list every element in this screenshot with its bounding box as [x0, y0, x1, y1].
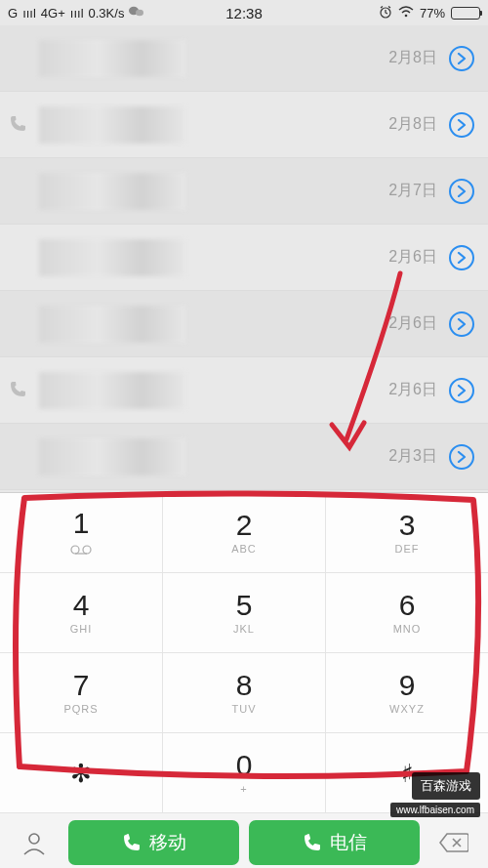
call-detail-button[interactable]: [449, 179, 474, 204]
data-speed: 0.3K/s: [89, 6, 125, 21]
watermark-url: www.lfbaisen.com: [390, 803, 480, 817]
sim1-label: 移动: [149, 830, 186, 855]
key-letters: WXYZ: [389, 703, 425, 715]
key-digit: 0: [236, 751, 253, 780]
call-row[interactable]: 2月6日: [0, 357, 488, 424]
keypad-key-9[interactable]: 9WXYZ: [326, 653, 488, 733]
svg-point-5: [83, 546, 91, 554]
keypad-key-3[interactable]: 3DEF: [326, 493, 488, 573]
keypad-key-2[interactable]: 2ABC: [163, 493, 326, 573]
call-detail-button[interactable]: [449, 245, 474, 270]
call-detail-button[interactable]: [449, 378, 474, 403]
contacts-button[interactable]: [10, 821, 59, 864]
keypad-key-✻[interactable]: ✻: [0, 733, 163, 813]
key-letters: DEF: [395, 543, 420, 555]
call-detail-button[interactable]: [449, 311, 474, 337]
call-detail-button[interactable]: [449, 46, 474, 71]
status-left: G ıııl 4G+ ıııl 0.3K/s: [8, 5, 144, 21]
dial-keypad: 12ABC3DEF4GHI5JKL6MNO7PQRS8TUV9WXYZ✻0+♯: [0, 492, 488, 813]
phone-icon: [122, 833, 142, 852]
key-digit: 1: [73, 509, 90, 538]
call-date: 2月3日: [388, 446, 437, 467]
backspace-button[interactable]: [429, 821, 478, 864]
battery-icon: [451, 7, 480, 20]
call-date: 2月7日: [388, 181, 437, 201]
call-date: 2月8日: [388, 48, 437, 68]
svg-point-4: [71, 546, 79, 554]
keypad-key-7[interactable]: 7PQRS: [0, 653, 163, 733]
call-button-sim1[interactable]: 移动: [68, 820, 239, 865]
call-row[interactable]: 2月8日: [0, 25, 488, 92]
call-detail-button[interactable]: [449, 112, 474, 138]
chevron-right-icon: [457, 252, 467, 264]
key-digit: 6: [399, 591, 416, 620]
voicemail-icon: [70, 542, 92, 558]
status-right: 77%: [379, 5, 480, 21]
contact-name-blurred: [39, 372, 185, 409]
signal-icon-2: ıııl: [70, 6, 84, 21]
keypad-key-5[interactable]: 5JKL: [163, 573, 326, 653]
network-gen: 4G+: [41, 6, 65, 21]
svg-point-3: [405, 14, 408, 17]
key-letters: JKL: [233, 623, 255, 635]
call-row[interactable]: 2月6日: [0, 291, 488, 357]
key-letters: ABC: [231, 543, 257, 555]
svg-point-7: [29, 834, 39, 844]
key-digit: 5: [236, 591, 253, 620]
key-letters: MNO: [393, 623, 422, 635]
watermark-text: 百森游戏: [421, 778, 471, 793]
key-digit: 4: [73, 591, 90, 620]
call-date: 2月6日: [388, 247, 437, 268]
call-row[interactable]: 2月8日: [0, 92, 488, 158]
svg-point-1: [136, 9, 143, 16]
chevron-right-icon: [457, 119, 467, 131]
call-row[interactable]: 2月6日: [0, 225, 488, 291]
call-date: 2月6日: [388, 313, 437, 334]
key-digit: ✻: [70, 761, 92, 786]
backspace-icon: [439, 832, 468, 853]
contact-name-blurred: [39, 239, 185, 276]
contact-name-blurred: [39, 306, 185, 343]
contact-name-blurred: [39, 173, 185, 210]
sim2-label: 电信: [330, 830, 367, 855]
key-letters: PQRS: [63, 703, 98, 715]
chevron-right-icon: [457, 451, 467, 463]
call-detail-button[interactable]: [449, 444, 474, 470]
chevron-right-icon: [457, 318, 467, 330]
status-bar: G ıııl 4G+ ıııl 0.3K/s 12:38 77%: [0, 0, 488, 25]
key-letters: TUV: [232, 703, 257, 715]
bottom-action-bar: 移动 电信: [0, 813, 488, 868]
keypad-key-1[interactable]: 1: [0, 493, 163, 573]
phone-icon: [303, 833, 322, 852]
contact-name-blurred: [39, 40, 185, 77]
keypad-key-6[interactable]: 6MNO: [326, 573, 488, 653]
key-digit: 3: [399, 511, 416, 540]
call-button-sim2[interactable]: 电信: [249, 820, 420, 865]
chevron-right-icon: [457, 186, 467, 197]
outgoing-call-icon: [10, 114, 33, 136]
carrier-label: G: [8, 6, 18, 21]
keypad-key-8[interactable]: 8TUV: [163, 653, 326, 733]
recent-calls-list[interactable]: 2月8日 2月8日 2月7日 2月6日: [0, 25, 488, 492]
key-digit: 9: [399, 671, 416, 700]
call-row[interactable]: 2月7日: [0, 158, 488, 225]
wechat-icon: [129, 5, 144, 21]
alarm-icon: [379, 5, 392, 21]
keypad-key-4[interactable]: 4GHI: [0, 573, 163, 653]
person-icon: [20, 829, 48, 856]
key-letters: +: [240, 783, 247, 795]
key-digit: 2: [236, 511, 253, 540]
contact-name-blurred: [39, 438, 185, 475]
chevron-right-icon: [457, 385, 467, 396]
key-digit: 7: [73, 671, 90, 700]
keypad-key-0[interactable]: 0+: [163, 733, 326, 813]
outgoing-call-icon: [10, 380, 33, 401]
contact-name-blurred: [39, 106, 185, 144]
clock-time: 12:38: [225, 5, 263, 21]
chevron-right-icon: [457, 53, 467, 64]
call-row[interactable]: 2月3日: [0, 424, 488, 490]
call-date: 2月6日: [388, 380, 437, 400]
watermark-badge: 百森游戏: [412, 772, 480, 800]
battery-pct: 77%: [420, 6, 445, 21]
call-date: 2月8日: [388, 114, 437, 135]
